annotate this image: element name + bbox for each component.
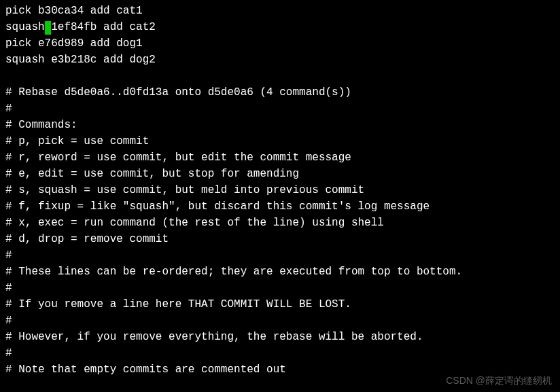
comment-line: # x, exec = run command (the rest of the… — [5, 215, 555, 231]
cursor — [45, 21, 52, 34]
rebase-action: squash — [5, 54, 45, 66]
commit-message: add dog1 — [90, 37, 143, 50]
comment-line: # However, if you remove everything, the… — [5, 329, 555, 345]
comment-line: # — [5, 280, 555, 296]
rebase-commit-line[interactable]: pick b30ca34 add cat1 — [5, 3, 555, 19]
commit-hash: e76d989 — [38, 37, 84, 50]
rebase-commit-line[interactable]: pick e76d989 add dog1 — [5, 35, 555, 52]
blank-line — [5, 68, 555, 84]
commit-hash: e3b218c — [51, 54, 97, 66]
commit-hash: 1ef84fb — [51, 21, 97, 33]
comment-line: # s, squash = use commit, but meld into … — [5, 182, 555, 198]
comment-line: # — [5, 313, 555, 329]
comment-line: # d, drop = remove commit — [5, 231, 555, 247]
comment-line: # e, edit = use commit, but stop for ame… — [5, 166, 555, 182]
comment-line: # These lines can be re-ordered; they ar… — [5, 264, 555, 280]
commit-message: add cat1 — [90, 5, 143, 17]
comment-line: # r, reword = use commit, but edit the c… — [5, 149, 555, 166]
rebase-commit-line[interactable]: squash1ef84fb add cat2 — [5, 19, 555, 35]
rebase-action: squash — [5, 21, 45, 33]
rebase-action: pick — [5, 5, 31, 17]
comment-line: # If you remove a line here THAT COMMIT … — [5, 296, 555, 313]
commit-message: add dog2 — [103, 54, 156, 66]
comment-line: # — [5, 345, 555, 361]
rebase-action: pick — [5, 37, 31, 50]
comment-line: # Rebase d5de0a6..d0fd13a onto d5de0a6 (… — [5, 84, 555, 101]
comment-line: # — [5, 101, 555, 117]
comment-line: # f, fixup = like "squash", but discard … — [5, 198, 555, 215]
rebase-commit-line[interactable]: squash e3b218c add dog2 — [5, 52, 555, 68]
comment-line: # p, pick = use commit — [5, 133, 555, 149]
comment-line: # Note that empty commits are commented … — [5, 361, 555, 378]
comment-line: # Commands: — [5, 117, 555, 133]
terminal-output[interactable]: pick b30ca34 add cat1squash1ef84fb add c… — [5, 3, 555, 378]
commit-message: add cat2 — [103, 21, 156, 33]
commit-hash: b30ca34 — [38, 5, 84, 17]
comment-line: # — [5, 247, 555, 264]
